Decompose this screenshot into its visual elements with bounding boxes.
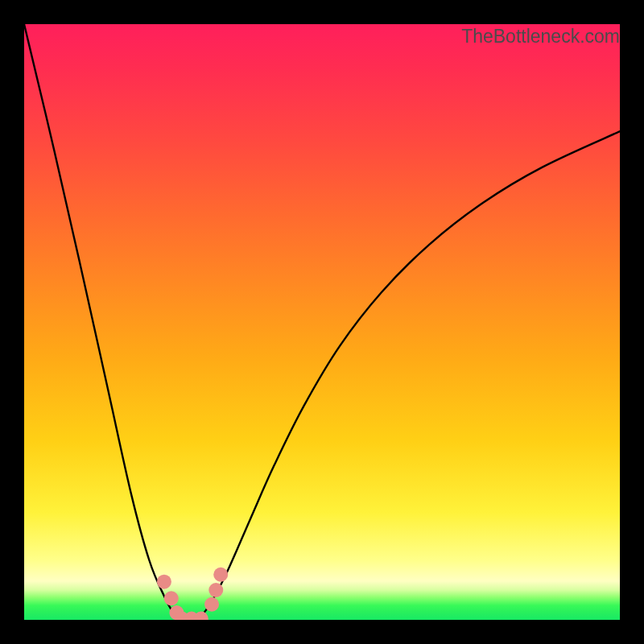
highlight-dot [204, 597, 219, 612]
highlight-dots [157, 568, 228, 620]
watermark-text: TheBottleneck.com [461, 26, 620, 47]
highlight-dot [194, 612, 208, 620]
chart-frame: TheBottleneck.com [0, 0, 644, 644]
curve-layer [24, 24, 620, 620]
highlight-dot [208, 583, 223, 597]
plot-area: TheBottleneck.com [24, 24, 620, 620]
highlight-dot [157, 575, 171, 589]
bottleneck-curve [24, 24, 620, 620]
highlight-dot [213, 568, 228, 582]
highlight-dot [164, 591, 179, 605]
